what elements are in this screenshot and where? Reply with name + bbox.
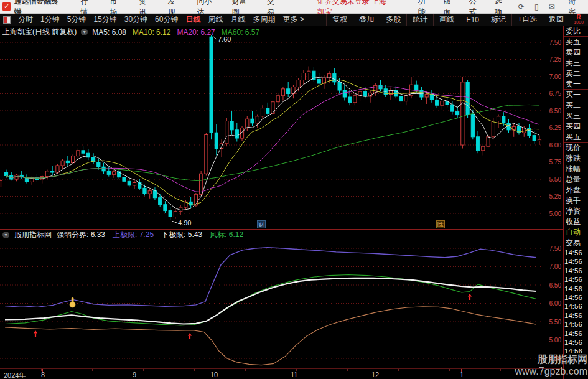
candle-body [112,172,115,174]
quote-row-13: 涨幅 [564,164,588,174]
axis-minor-tick [398,369,399,371]
tool-3[interactable]: 统计 [406,14,433,26]
quote-row-20[interactable]: 交易 [564,238,588,248]
ma-label-ma10: MA10: 6.12 [133,28,170,37]
quote-row-14: 总量 [564,174,588,185]
tick-trade-row[interactable]: 14:56 [564,302,588,311]
timeframe-9[interactable]: 多周期 [249,14,279,25]
timeframe-10[interactable]: 更多 > [279,14,307,25]
tool-5[interactable]: F10 [460,14,485,26]
axis-minor-tick [245,369,246,371]
sync-icon[interactable]: ⟳ [513,2,530,11]
price-axis-label: 6.00 [549,142,562,149]
candle-body [425,95,428,97]
price-axis-label: 7.50 [549,39,562,46]
period-toolbar: 分时1分钟5分钟15分钟30分钟60分钟日线周线月线多周期更多 > 复权叠加多股… [0,14,588,26]
phone-icon[interactable]: ▯ [530,2,544,11]
tick-trade-row[interactable]: 14:56 [564,248,588,257]
candle-body [461,82,464,145]
buy-signal-arrow-icon [468,294,472,297]
indicator-chart[interactable]: 7.507.006.506.005.505.004.50 [0,240,563,369]
timeframe-3[interactable]: 15分钟 [90,14,120,25]
layout-icon[interactable] [3,16,11,24]
price-axis-label: 6.25 [549,124,562,131]
tick-trade-row[interactable]: 14:56 [564,320,588,329]
candle-body [164,205,167,211]
low-annotation: 4.90 [178,219,191,227]
chart-tools-nav: 复权叠加多股统计画线F10标记+自选返回 [326,14,569,26]
timeframe-8[interactable]: 月线 [226,14,249,25]
tool-4[interactable]: 画线 [433,14,460,26]
watermark-url: www.7gpzb.com [515,365,588,377]
quote-row-10: 买五 [564,132,588,143]
tool-2[interactable]: 多股 [380,14,406,26]
upper-limit-line [5,248,536,307]
candle-body [51,171,54,172]
tick-trade-row[interactable]: 14:56 [564,266,588,275]
finance-report-marker[interactable]: 财 [257,220,266,228]
candle-body [200,174,203,194]
timeframe-4[interactable]: 30分钟 [121,14,151,25]
watermark: 股朋指标网 www.7gpzb.com [515,353,588,377]
axis-minor-tick [67,369,67,371]
indicator-axis-label: 7.00 [549,263,562,270]
quote-row-19[interactable]: 自动 [564,227,588,238]
timeframe-5[interactable]: 60分钟 [151,14,182,25]
candle-body [441,101,444,106]
quote-row-2: 卖四 [564,47,588,58]
collapse-indicator-icon[interactable]: ▾ [2,232,9,238]
quote-row-3: 卖三 [564,58,588,68]
indicator-axis-label: 5.00 [549,337,562,344]
collapse-chart-icon[interactable]: ▾ [81,29,88,35]
candle-body [333,74,336,82]
candle-body [246,119,249,128]
candle-body [235,130,238,138]
tool-7[interactable]: +自选 [511,14,543,26]
candle-body [450,105,454,111]
timeframe-0[interactable]: 分时 [14,14,37,25]
candle-body [363,91,366,96]
main-candlestick-chart[interactable]: 7.507.257.006.756.506.256.005.755.505.25… [0,26,563,229]
ma-line-5 [6,77,539,210]
tool-0[interactable]: 复权 [326,14,353,26]
quote-row-17: 净资 [564,206,588,217]
tick-trade-row[interactable]: 14:56 [564,275,588,284]
tick-trade-row[interactable]: 14:56 [564,338,588,347]
tick-trade-row[interactable]: 14:56 [564,257,588,266]
candle-body [297,80,300,87]
tick-trade-row[interactable]: 14:56 [564,329,588,338]
timeframe-1[interactable]: 1分钟 [37,14,63,25]
candle-body [528,128,531,136]
timeframe-2[interactable]: 5分钟 [63,14,90,25]
candle-body [66,161,69,162]
candle-body [430,95,433,100]
candle-body [72,156,75,163]
tool-1[interactable]: 叠加 [353,14,380,26]
rank-badge: R 1000 [571,15,587,25]
tick-trade-row[interactable]: 14:56 [564,311,588,320]
tool-8[interactable]: 返回 [543,14,569,26]
low-annotation-arrow [172,221,177,223]
buy-signal-arrow-stem [469,297,470,301]
time-axis[interactable]: 2024年 891011121 [0,368,563,379]
candle-body [343,90,346,97]
candle-body [225,121,228,144]
ex-dividend-marker[interactable]: 除 [436,220,445,228]
axis-minor-tick [475,369,475,371]
candle-body [256,116,259,123]
mail-icon[interactable]: ✉ [544,2,560,11]
axis-month-label-10: 10 [210,371,218,378]
axis-minor-tick [322,369,322,371]
timeframe-nav: 分时1分钟5分钟15分钟30分钟60分钟日线周线月线多周期更多 > [14,14,308,25]
axis-month-label-8: 8 [41,371,45,378]
axis-minor-tick [118,369,118,371]
tool-6[interactable]: 标记 [485,14,511,26]
quote-row-0: 委比 [564,26,588,37]
candle-body [404,96,408,101]
candle-body [338,82,341,90]
tick-trade-row[interactable]: 14:56 [564,284,588,293]
timeframe-6[interactable]: 日线 [182,14,204,25]
tick-trade-row[interactable]: 14:56 [564,293,588,302]
timeframe-7[interactable]: 周线 [204,14,226,25]
price-axis-label: 7.25 [549,56,562,63]
